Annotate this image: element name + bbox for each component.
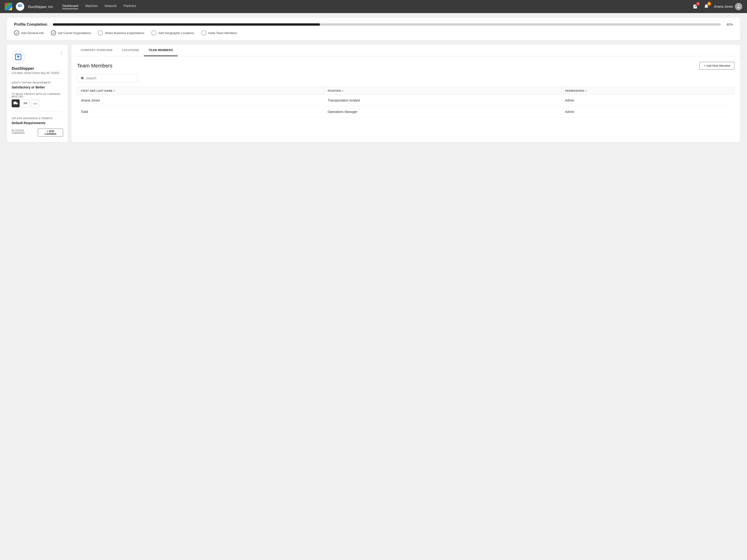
nav-network[interactable]: Network bbox=[105, 4, 117, 9]
tab-team-members[interactable]: Team Members bbox=[144, 45, 178, 56]
col-position: Position ▾ bbox=[324, 87, 561, 95]
svg-point-1 bbox=[81, 77, 83, 79]
vehicle-icon-flatbed[interactable] bbox=[31, 99, 39, 107]
table-body: Ariana Jones Transportation Analyst Admi… bbox=[77, 95, 735, 117]
profile-completion-title: Profile Completion bbox=[14, 22, 47, 27]
step-circle-3 bbox=[98, 30, 103, 35]
notification-badge: 6 bbox=[707, 2, 711, 6]
team-header: Team Members + Add New Member bbox=[77, 62, 735, 70]
more-options-btn[interactable]: ⋮ bbox=[59, 50, 64, 55]
nav-dashboard[interactable]: Dashboard bbox=[62, 4, 78, 9]
search-input[interactable] bbox=[86, 76, 134, 80]
navbar-company: DuoShipper, Inc. bbox=[28, 5, 54, 9]
step-label-1: Add General Info bbox=[21, 31, 44, 35]
task-badge: 5 bbox=[696, 2, 700, 6]
member-name-2: Todd bbox=[77, 106, 324, 117]
content-area: ⋮ DuoShipper 123 Main Street Green Bay W… bbox=[7, 45, 740, 142]
step-label-2: Set Carrier Expectations bbox=[58, 31, 91, 35]
left-panel: ⋮ DuoShipper 123 Main Street Green Bay W… bbox=[7, 45, 68, 142]
member-name-1: Ariana Jones bbox=[77, 95, 324, 106]
progress-bar-fill bbox=[53, 23, 320, 26]
member-permissions-1: Admin bbox=[561, 95, 735, 106]
safety-rating-value: Satisfactory or Better bbox=[12, 85, 63, 89]
step-share-business[interactable]: Share Business Expectations bbox=[98, 30, 144, 35]
step-add-geo[interactable]: Add Geographic Locations bbox=[151, 30, 194, 35]
vehicle-icon-van[interactable] bbox=[22, 99, 29, 107]
tab-company-overview[interactable]: Company Overview bbox=[76, 45, 117, 56]
search-box bbox=[77, 74, 138, 82]
svg-line-2 bbox=[83, 79, 84, 80]
divider-2 bbox=[12, 114, 63, 114]
table-head: First and Last Name ▾ Position ▾ bbox=[77, 87, 735, 95]
profile-completion: Profile Completion 40% Add General Info … bbox=[7, 18, 740, 40]
task-icon-btn[interactable]: 5 bbox=[691, 3, 699, 10]
progress-percent: 40% bbox=[726, 23, 733, 26]
blocked-carriers-label: Blocked Carriers bbox=[12, 129, 38, 134]
table-row: Ariana Jones Transportation Analyst Admi… bbox=[77, 95, 735, 106]
tabs: Company Overview Locations Team Members bbox=[72, 45, 740, 56]
step-label-3: Share Business Expectations bbox=[105, 31, 144, 35]
nav-matches[interactable]: Matches bbox=[85, 4, 98, 9]
step-set-carrier[interactable]: Set Carrier Expectations bbox=[51, 30, 91, 35]
member-permissions-2: Admin bbox=[561, 106, 735, 117]
step-label-4: Add Geographic Locations bbox=[158, 31, 194, 35]
user-name: Ariana Jones bbox=[714, 5, 733, 8]
progress-bar bbox=[53, 23, 721, 26]
search-icon bbox=[80, 76, 84, 80]
team-members-title: Team Members bbox=[77, 63, 112, 69]
step-invite-team[interactable]: Invite Team Members bbox=[201, 30, 237, 35]
sort-name-icon[interactable]: ▾ bbox=[113, 89, 115, 92]
brand-circle bbox=[16, 2, 24, 11]
col-permissions: Permissions ▾ bbox=[561, 87, 735, 95]
step-add-general-info[interactable]: Add General Info bbox=[14, 30, 44, 35]
vehicle-icons bbox=[12, 99, 63, 107]
company-name: DuoShipper bbox=[12, 66, 63, 71]
notification-icon-btn[interactable]: 6 bbox=[703, 3, 710, 10]
step-circle-5 bbox=[201, 30, 206, 35]
carriers-must-be-label: To Move Freight With Us Carriers Must Be… bbox=[12, 93, 63, 98]
divider-1 bbox=[12, 78, 63, 79]
vehicle-icon-truck[interactable] bbox=[12, 99, 20, 107]
team-members-content: Team Members + Add New Member First and … bbox=[72, 56, 740, 123]
member-position-2: Operations Manager bbox=[324, 106, 561, 117]
step-circle-1 bbox=[14, 30, 19, 35]
user-avatar bbox=[735, 3, 742, 10]
user-menu[interactable]: Ariana Jones bbox=[714, 3, 742, 10]
blocked-carriers-row: Blocked Carriers + ADD CARRIER bbox=[12, 129, 63, 136]
add-carrier-button[interactable]: + ADD CARRIER bbox=[38, 129, 63, 136]
col-name: First and Last Name ▾ bbox=[77, 87, 324, 95]
member-position-1: Transportation Analyst bbox=[324, 95, 561, 106]
step-circle-2 bbox=[51, 30, 56, 35]
table-row: Todd Operations Manager Admin bbox=[77, 106, 735, 117]
tab-locations[interactable]: Locations bbox=[117, 45, 144, 56]
members-table: First and Last Name ▾ Position ▾ bbox=[77, 87, 735, 117]
step-label-5: Invite Team Members bbox=[208, 31, 237, 35]
profile-steps: Add General Info Set Carrier Expectation… bbox=[14, 30, 733, 35]
app-logo-icon bbox=[5, 3, 12, 10]
table-header-row: First and Last Name ▾ Position ▾ bbox=[77, 87, 735, 95]
navbar-nav: Dashboard Matches Network Partners bbox=[62, 4, 688, 9]
right-panel: Company Overview Locations Team Members … bbox=[72, 45, 740, 142]
navbar-right: 5 6 Ariana Jones bbox=[691, 3, 742, 10]
navbar: DuoShipper, Inc. Dashboard Matches Netwo… bbox=[0, 0, 747, 13]
vehicle-divider bbox=[12, 111, 63, 111]
company-logo bbox=[12, 50, 25, 63]
safety-rating-label: Safety Rating Requirement bbox=[12, 81, 63, 84]
step-circle-4 bbox=[151, 30, 156, 35]
add-new-member-button[interactable]: + Add New Member bbox=[700, 62, 735, 70]
insurance-value: Default Requirements bbox=[12, 121, 63, 125]
insurance-label: Upload Insurance & Permits bbox=[12, 117, 63, 120]
sort-permissions-icon[interactable]: ▾ bbox=[585, 89, 587, 92]
nav-partners[interactable]: Partners bbox=[124, 4, 136, 9]
sort-position-icon[interactable]: ▾ bbox=[342, 89, 343, 92]
company-address: 123 Main Street Green Bay WI, 54303 bbox=[12, 72, 63, 75]
main-content: Profile Completion 40% Add General Info … bbox=[0, 13, 747, 147]
